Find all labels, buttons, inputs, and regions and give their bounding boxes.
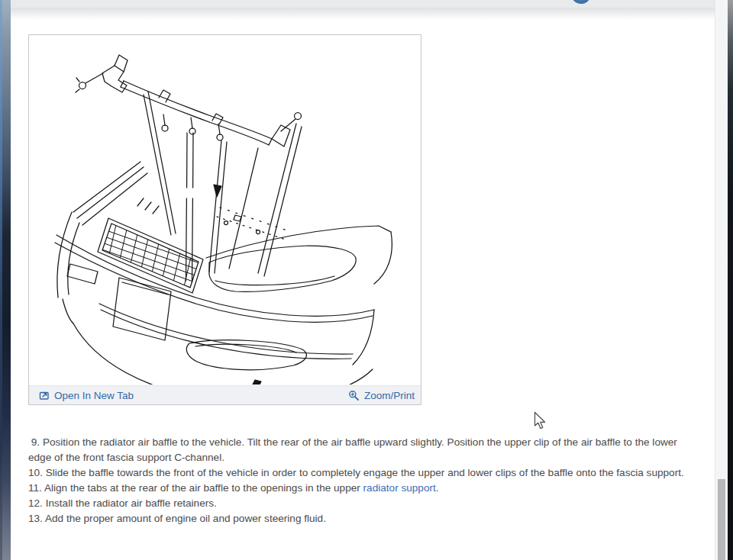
open-in-new-tab-link[interactable]: Open In New Tab	[39, 390, 134, 401]
zoom-print-label: Zoom/Print	[364, 390, 415, 401]
desktop-wallpaper-left-highlight	[0, 0, 2, 560]
open-in-new-tab-icon	[39, 390, 50, 401]
step-10: 10. Slide the baffle towards the front o…	[28, 465, 686, 481]
mouse-cursor	[534, 411, 547, 433]
diagram-panel: Open In New Tab Zoom/Print	[28, 34, 421, 405]
radiator-support-link[interactable]: radiator support	[363, 482, 436, 494]
page: Open In New Tab Zoom/Print 9. Position t…	[0, 0, 733, 560]
step-9: 9. Position the radiator air baffle to t…	[28, 435, 686, 465]
scrollbar-thumb[interactable]	[718, 479, 725, 560]
toolbar-shadow	[11, 8, 715, 20]
zoom-print-link[interactable]: Zoom/Print	[348, 390, 415, 401]
instruction-steps: 9. Position the radiator air baffle to t…	[28, 435, 686, 527]
cutoff-toolbar	[11, 0, 715, 8]
desktop-wallpaper-right-strip	[727, 0, 733, 560]
magnifier-plus-icon	[348, 390, 360, 401]
image-panel-footer: Open In New Tab Zoom/Print	[29, 385, 421, 404]
step-12: 12. Install the radiator air baffle reta…	[28, 496, 686, 511]
step-11: 11. Align the tabs at the rear of the ai…	[28, 481, 686, 496]
car-front-baffle-illustration	[29, 35, 421, 385]
scrollbar-track[interactable]	[715, 0, 728, 560]
step-13: 13. Add the proper amount of engine oil …	[28, 511, 686, 526]
open-in-new-tab-label: Open In New Tab	[54, 390, 134, 401]
